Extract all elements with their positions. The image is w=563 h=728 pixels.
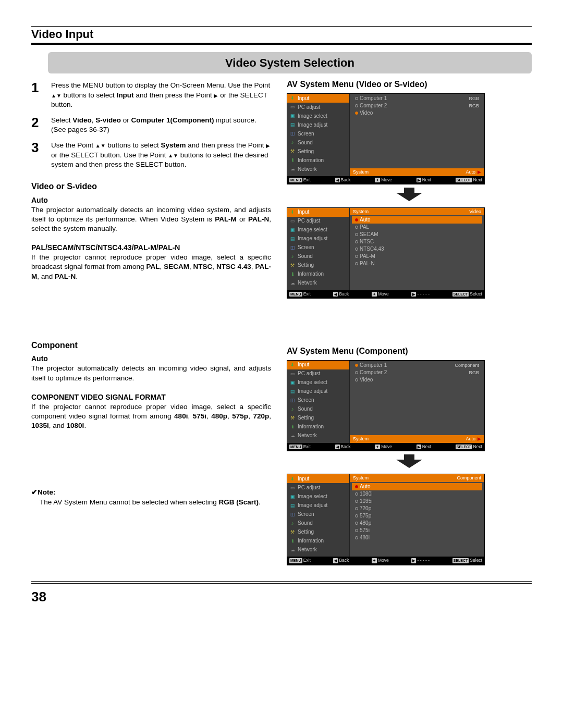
page-number: 38 bbox=[31, 586, 46, 606]
osd-menu-item[interactable]: ℹ Information bbox=[287, 156, 349, 165]
osd-menu-item[interactable]: ▣ Image select bbox=[287, 226, 349, 235]
osd-menu-item[interactable]: ⚒ Setting bbox=[287, 261, 349, 270]
osd-option[interactable]: 575i bbox=[352, 527, 482, 534]
pointer-icon: ▶ bbox=[478, 436, 481, 442]
menu-label: PC adjust bbox=[298, 217, 320, 225]
osd-option[interactable]: 480i bbox=[352, 534, 482, 541]
menu-icon: ♪ bbox=[289, 406, 296, 412]
osd-option[interactable]: NTSC bbox=[352, 238, 482, 245]
osd-menu-item[interactable]: ▤ Image adjust bbox=[287, 501, 349, 510]
osd-menu-item[interactable]: ▣ Image select bbox=[287, 378, 349, 387]
radio-icon bbox=[355, 371, 358, 374]
osd-menu-item[interactable]: ♪ Sound bbox=[287, 252, 349, 261]
osd-option[interactable]: NTSC4.43 bbox=[352, 245, 482, 253]
osd-option[interactable]: 1080i bbox=[352, 490, 482, 498]
osd-menu-item[interactable]: ♪ Sound bbox=[287, 138, 349, 147]
osd-option[interactable]: Computer 1 Component bbox=[352, 362, 482, 369]
osd-menu-item[interactable]: ☁ Network bbox=[287, 279, 349, 288]
osd-menu-item[interactable]: ℹ Information bbox=[287, 423, 349, 431]
radio-icon bbox=[355, 97, 358, 100]
osd-option[interactable]: PAL bbox=[352, 224, 482, 231]
osd-panel: Computer 1 Component Computer 2 RGB Vide… bbox=[350, 361, 484, 443]
osd-option[interactable]: PAL-M bbox=[352, 253, 482, 260]
osd-option[interactable]: Video bbox=[352, 376, 482, 384]
osd-menu-item[interactable]: ⬇ Input ◀ bbox=[287, 361, 349, 369]
osd-menu-item[interactable]: ⬇ Input ◀ bbox=[287, 208, 349, 217]
step-3: 3 Use the Point buttons to select System… bbox=[31, 139, 271, 169]
nav-hint: MENUExit bbox=[289, 291, 311, 297]
menu-icon: ⬇ bbox=[289, 362, 296, 368]
menu-icon: ⬇ bbox=[289, 209, 296, 215]
nav-hint: ▶- - - - - bbox=[411, 558, 430, 563]
osd-menu-item[interactable]: ⬇ Input ◀ bbox=[287, 94, 349, 103]
osd-menu-item[interactable]: ◫ Screen bbox=[287, 243, 349, 252]
osd-menu-item[interactable]: ▭ PC adjust bbox=[287, 369, 349, 378]
osd-menu-item[interactable]: ⚒ Setting bbox=[287, 527, 349, 536]
osd-option[interactable]: Computer 1 RGB bbox=[352, 95, 482, 102]
menu-label: Network bbox=[298, 432, 317, 439]
osd-sidebar: ⬇ Input ◀ ▭ PC adjust ▣ Image select ▤ I… bbox=[287, 474, 350, 557]
option-label: 575p bbox=[360, 512, 371, 520]
menu-label: Input bbox=[298, 208, 309, 216]
osd-option[interactable]: Computer 2 RGB bbox=[352, 102, 482, 109]
radio-icon bbox=[355, 522, 358, 525]
nav-hint: SELECTSelect bbox=[452, 291, 482, 297]
menu-icon: ▣ bbox=[289, 227, 296, 233]
radio-icon bbox=[355, 500, 358, 503]
osd-option[interactable]: Computer 2 RGB bbox=[352, 369, 482, 376]
osd-menu-item[interactable]: ▭ PC adjust bbox=[287, 217, 349, 226]
osd-menu-item[interactable]: ◫ Screen bbox=[287, 396, 349, 405]
osd-menu-item[interactable]: ⬇ Input ◀ bbox=[287, 474, 349, 483]
osd-option[interactable]: 720p bbox=[352, 505, 482, 512]
menu-label: Screen bbox=[298, 511, 314, 518]
osd-menu-item[interactable]: ⚒ Setting bbox=[287, 147, 349, 156]
osd-menu-item[interactable]: ▤ Image adjust bbox=[287, 120, 349, 129]
osd-menu-item[interactable]: ℹ Information bbox=[287, 270, 349, 279]
osd-menu-item[interactable]: ◫ Screen bbox=[287, 510, 349, 519]
menu-label: Setting bbox=[298, 148, 314, 155]
osd-menu-item[interactable]: ☁ Network bbox=[287, 431, 349, 440]
option-label: Computer 2 bbox=[360, 102, 387, 109]
osd-option[interactable]: 1035i bbox=[352, 498, 482, 505]
radio-icon bbox=[355, 485, 358, 488]
radio-icon bbox=[355, 255, 358, 258]
osd-menu-item[interactable]: ⚒ Setting bbox=[287, 414, 349, 423]
osd-menu-item[interactable]: ▣ Image select bbox=[287, 112, 349, 120]
svg-marker-1 bbox=[396, 454, 422, 468]
osd-menu-item[interactable]: ☁ Network bbox=[287, 165, 349, 174]
subheader-label: System bbox=[353, 475, 369, 481]
right-icon bbox=[266, 141, 270, 149]
osd-system-row[interactable]: System Auto▶ bbox=[350, 168, 484, 176]
osd-menu-item[interactable]: ▭ PC adjust bbox=[287, 483, 349, 492]
system-value: Auto bbox=[466, 169, 475, 175]
osd-menu-item[interactable]: ▣ Image select bbox=[287, 492, 349, 501]
osd-option[interactable]: 480p bbox=[352, 520, 482, 527]
menu-label: Information bbox=[298, 157, 324, 164]
option-label: 720p bbox=[360, 505, 371, 512]
radio-icon bbox=[355, 262, 358, 265]
menu-icon: ⬇ bbox=[289, 95, 296, 101]
osd-menu-item[interactable]: ♪ Sound bbox=[287, 405, 349, 414]
osd-menu-item[interactable]: ♪ Sound bbox=[287, 519, 349, 527]
menu-label: Screen bbox=[298, 244, 314, 251]
osd-option[interactable]: Video bbox=[352, 109, 482, 117]
osd-option[interactable]: 575p bbox=[352, 512, 482, 520]
osd-option[interactable]: PAL-N bbox=[352, 260, 482, 267]
osd-option[interactable]: SECAM bbox=[352, 231, 482, 238]
osd-menu-item[interactable]: ◫ Screen bbox=[287, 129, 349, 138]
menu-icon: ◫ bbox=[289, 511, 296, 517]
menu-icon: ☁ bbox=[289, 166, 296, 172]
radio-icon bbox=[355, 536, 358, 539]
osd-system-row[interactable]: System Auto▶ bbox=[350, 435, 484, 443]
option-label: PAL-N bbox=[360, 260, 375, 267]
osd-menu-item[interactable]: ▭ PC adjust bbox=[287, 103, 349, 112]
osd-menu-item[interactable]: ☁ Network bbox=[287, 545, 349, 554]
osd-option[interactable]: Auto bbox=[352, 483, 482, 490]
osd-menu-item[interactable]: ▤ Image adjust bbox=[287, 235, 349, 243]
osd-menu-item[interactable]: ℹ Information bbox=[287, 536, 349, 545]
svg-marker-0 bbox=[396, 188, 422, 201]
osd-menu-item[interactable]: ▤ Image adjust bbox=[287, 387, 349, 396]
osd-option[interactable]: Auto bbox=[352, 216, 482, 224]
menu-icon: ⚒ bbox=[289, 529, 296, 535]
option-value: RGB bbox=[469, 369, 482, 376]
